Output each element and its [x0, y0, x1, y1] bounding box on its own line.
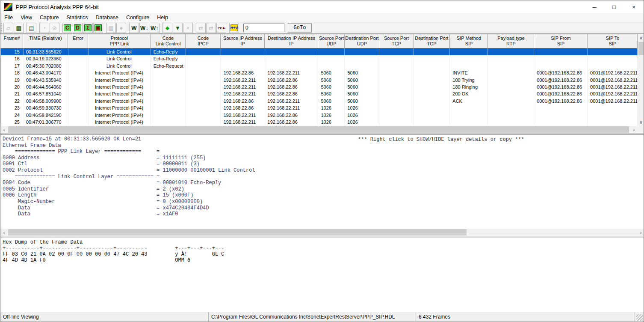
table-row-24[interactable]: 2400:46:59.842190Internet Protocol (IPv4…: [1, 112, 638, 119]
d-plane-resequence-button[interactable]: ⇄: [206, 23, 216, 33]
find-prev-button[interactable]: W↑: [150, 23, 160, 33]
grid-horizontal-scrollbar[interactable]: ‹ ›: [0, 126, 638, 133]
menu-capture[interactable]: Capture: [36, 13, 62, 22]
column-header-code-ipcp[interactable]: CodeIPCP: [186, 34, 221, 48]
vertical-scroll-thumb[interactable]: [638, 42, 644, 55]
column-header-destination-port-udp[interactable]: Destination PortUDP: [345, 34, 379, 48]
cell-code-link-control: [151, 119, 186, 125]
frame-decode-pane[interactable]: Device1 Frame=15 at 00:31:33.565620 OK L…: [0, 134, 644, 229]
htv-button[interactable]: H+V: [229, 23, 239, 33]
cell-code-link-control: Echo-Reply: [151, 48, 186, 55]
column-header-line2: SIP: [557, 41, 565, 47]
column-header-error[interactable]: Error: [68, 34, 88, 48]
goto-button[interactable]: GoTo: [288, 23, 312, 33]
cell-destination-port-udp: 5060: [345, 98, 379, 104]
open-file-button[interactable]: ▱: [3, 23, 13, 33]
apply-filter-icon: ▼: [175, 25, 180, 31]
minimize-button[interactable]: ─: [585, 0, 604, 13]
menu-configure[interactable]: Configure: [122, 13, 153, 22]
cell-protocol-ppp-link: Internet Protocol (IPv4): [89, 83, 151, 90]
table-row-21[interactable]: 2100:46:57.851040Internet Protocol (IPv4…: [1, 90, 638, 97]
cell-source-port-tcp: [379, 98, 414, 104]
grid-vertical-scrollbar[interactable]: ∧ ∨: [638, 34, 644, 126]
column-header-code-link-control[interactable]: CodeLink Control: [151, 34, 186, 48]
open-file-icon: ▱: [6, 25, 11, 31]
cell-sip-to: [588, 48, 638, 55]
cell-payload-type-rtp: [488, 83, 534, 90]
cell-destination-port-tcp: [414, 63, 450, 69]
save-summary-button[interactable]: Σ: [83, 23, 93, 33]
menu-statistics[interactable]: Statistics: [63, 13, 92, 22]
statistics-table-button[interactable]: ▦: [106, 23, 116, 33]
capture-to-file-button[interactable]: ▦: [14, 23, 24, 33]
cell-destination-ip: [265, 48, 319, 55]
menu-view[interactable]: View: [17, 13, 36, 22]
find-frame-button[interactable]: W: [129, 23, 139, 33]
stop-capture-button[interactable]: ⊘: [50, 23, 59, 33]
column-header-line1: SIP To: [606, 36, 619, 41]
scroll-left-icon[interactable]: ‹: [0, 126, 8, 133]
close-button[interactable]: ×: [624, 0, 644, 13]
capture-rate-button[interactable]: ◔: [39, 23, 49, 33]
scroll-left-icon[interactable]: ‹: [0, 229, 8, 236]
display-options-icon: ▤: [29, 25, 34, 31]
d-plane-resequence-icon: ⇄: [209, 25, 213, 31]
menu-help[interactable]: Help: [153, 13, 172, 22]
resize-grip[interactable]: [636, 314, 643, 321]
menu-database[interactable]: Database: [92, 13, 123, 22]
column-header-source-port-udp[interactable]: Source PortUDP: [318, 34, 345, 48]
column-header-time-relative[interactable]: TIME (Relative): [23, 34, 68, 48]
scroll-down-icon[interactable]: ∨: [638, 119, 644, 126]
table-row-19[interactable]: 1900:46:43.535940Internet Protocol (IPv4…: [1, 77, 638, 83]
table-row-17[interactable]: 1700:45:30.702080Link ControlEcho-Reques…: [1, 63, 638, 69]
table-row-23[interactable]: 2300:46:59.330730Internet Protocol (IPv4…: [1, 104, 638, 111]
column-header-source-ip[interactable]: Source IP AddressIP: [221, 34, 265, 48]
table-row-20[interactable]: 2000:46:44.564060Internet Protocol (IPv4…: [1, 83, 638, 90]
column-header-frame[interactable]: Frame#: [0, 34, 23, 48]
maximize-button[interactable]: □: [604, 0, 624, 13]
set-filter-icon: ◆: [165, 25, 169, 31]
column-header-destination-ip[interactable]: Destination IP AddressIP: [265, 34, 318, 48]
cell-source-port-udp: 1026: [318, 119, 345, 125]
cell-destination-ip: [265, 63, 319, 69]
column-header-sip-from[interactable]: SIP FromSIP: [534, 34, 588, 48]
column-header-payload-type-rtp[interactable]: Payload typeRTP: [488, 34, 534, 48]
table-row-25[interactable]: 2500:47:01.306770Internet Protocol (IPv4…: [1, 119, 638, 125]
scroll-up-icon[interactable]: ∧: [638, 34, 644, 42]
column-header-sip-method[interactable]: SIP MethodSIP: [450, 34, 488, 48]
cell-source-port-tcp: [379, 104, 414, 111]
find-next-button[interactable]: W↓: [139, 23, 149, 33]
set-filter-button[interactable]: ◆: [162, 23, 172, 33]
apply-filter-button[interactable]: ▼: [173, 23, 183, 33]
cell-source-ip: 192.168.22.86: [221, 69, 265, 76]
decode-horizontal-scrollbar[interactable]: ‹ ›: [0, 229, 644, 236]
table-row-22[interactable]: 2200:46:58.009900Internet Protocol (IPv4…: [1, 98, 638, 104]
scroll-right-icon[interactable]: ›: [637, 229, 644, 236]
scroll-right-icon[interactable]: ›: [630, 126, 638, 133]
goto-frame-input[interactable]: [243, 24, 284, 32]
save-c-plane-button[interactable]: C: [62, 23, 72, 33]
cell-error: [68, 48, 89, 55]
save-file-button[interactable]: ▣: [93, 23, 103, 33]
pie-chart-button[interactable]: ●: [116, 23, 126, 33]
cell-source-ip: [221, 48, 265, 55]
column-header-protocol-ppp-link[interactable]: ProtocolPPP Link: [88, 34, 151, 48]
column-header-sip-to[interactable]: SIP ToSIP: [588, 34, 638, 48]
horizontal-scroll-thumb[interactable]: [8, 229, 467, 236]
display-options-button[interactable]: ▤: [27, 23, 36, 33]
cell-payload-type-rtp: [488, 90, 534, 97]
clear-filter-button[interactable]: ×: [183, 23, 193, 33]
table-row-18[interactable]: 1800:46:43.004170Internet Protocol (IPv4…: [1, 69, 638, 76]
cell-destination-port-udp: [345, 55, 379, 62]
table-row-15[interactable]: 1500:31:33.565620Link ControlEcho-Reply: [1, 48, 638, 55]
menu-file[interactable]: File: [0, 13, 17, 22]
column-header-source-port-tcp[interactable]: Source PortTCP: [379, 34, 414, 48]
c-plane-resequence-button[interactable]: ⇄: [196, 23, 206, 33]
column-header-line1: Source Port: [384, 36, 409, 41]
column-header-destination-port-tcp[interactable]: Destination PortTCP: [414, 34, 450, 48]
save-d-plane-button[interactable]: D: [73, 23, 83, 33]
horizontal-scroll-thumb[interactable]: [8, 126, 629, 133]
pda-button[interactable]: PDA: [216, 23, 226, 33]
column-header-line2: IP: [289, 41, 293, 47]
table-row-16[interactable]: 1600:34:19.023960Link ControlEcho-Reply: [1, 55, 638, 62]
